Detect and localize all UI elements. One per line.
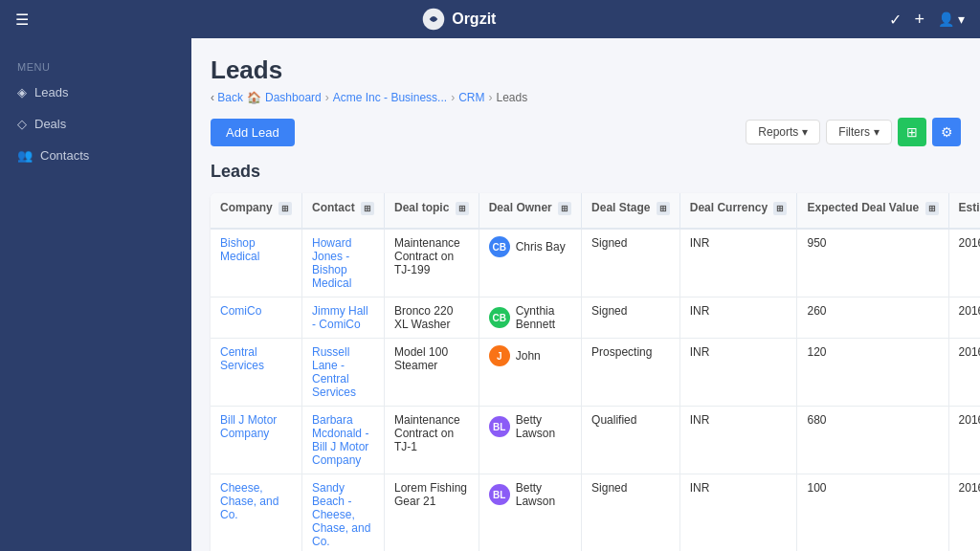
owner-name: Cynthia Bennett — [516, 304, 571, 331]
company-link[interactable]: Bishop Medical — [220, 236, 259, 263]
cell-contact: Howard Jones - Bishop Medical — [302, 229, 385, 298]
owner-name: John — [516, 349, 541, 363]
contact-link[interactable]: Russell Lane - Central Services — [312, 345, 356, 399]
contact-link[interactable]: Howard Jones - Bishop Medical — [312, 236, 351, 290]
breadcrumb-leads: Leads — [496, 91, 527, 104]
contact-link[interactable]: Barbara Mcdonald - Bill J Motor Company — [312, 413, 368, 467]
grid-icon: ⊞ — [906, 124, 918, 140]
deals-icon: ◇ — [17, 117, 27, 131]
add-icon[interactable]: + — [915, 10, 925, 30]
deal-owner-filter-icon[interactable]: ⊞ — [558, 202, 571, 215]
owner-name: Betty Lawson — [516, 413, 571, 440]
expected-value-filter-icon[interactable]: ⊞ — [925, 202, 939, 215]
col-contact: Contact ⊞ — [302, 193, 385, 229]
col-expected-value: Expected Deal Value ⊞ — [797, 193, 948, 229]
toolbar-right: Reports ▾ Filters ▾ ⊞ ⚙ — [746, 118, 961, 146]
breadcrumb-back[interactable]: ‹ Back — [211, 91, 243, 104]
cell-deal-topic: Maintenance Contract on TJ-199 — [385, 229, 479, 298]
settings-button[interactable]: ⚙ — [932, 118, 961, 146]
cell-expected-value: 260 — [797, 298, 948, 339]
cell-deal-topic: Model 100 Steamer — [385, 339, 479, 407]
cell-contact: Russell Lane - Central Services — [302, 339, 385, 407]
cell-deal-owner: BL Betty Lawson — [479, 474, 581, 552]
cell-currency: INR — [679, 298, 797, 339]
table-body: Bishop Medical Howard Jones - Bishop Med… — [211, 229, 980, 551]
sidebar-item-leads[interactable]: ◈ Leads — [0, 77, 191, 108]
cell-deal-owner: BL Betty Lawson — [479, 407, 581, 474]
sep4: › — [488, 91, 492, 104]
sidebar: Menu ◈ Leads ◇ Deals 👥 Contacts — [0, 38, 191, 551]
leads-icon: ◈ — [17, 85, 27, 99]
breadcrumb-crm[interactable]: CRM — [458, 91, 484, 104]
cell-currency: INR — [679, 407, 797, 474]
top-nav: ☰ Orgzit ✓ + 👤 ▾ — [0, 0, 980, 38]
cell-deal-owner: CB Cynthia Bennett — [479, 298, 581, 339]
filters-button[interactable]: Filters ▾ — [826, 120, 892, 144]
currency-filter-icon[interactable]: ⊞ — [773, 202, 787, 215]
col-deal-topic: Deal topic ⊞ — [385, 193, 479, 229]
sep3: › — [451, 91, 455, 104]
deal-topic-filter-icon[interactable]: ⊞ — [456, 202, 469, 215]
col-deal-owner: Deal Owner ⊞ — [479, 193, 581, 229]
toolbar: Add Lead Reports ▾ Filters ▾ ⊞ ⚙ — [211, 118, 961, 146]
cell-contact: Barbara Mcdonald - Bill J Motor Company — [302, 407, 385, 474]
cell-company: Bishop Medical — [211, 229, 302, 298]
cell-close-date: 2016-05-15 — [948, 339, 980, 407]
cell-close-date: 2016-08-07 — [948, 474, 980, 552]
company-link[interactable]: ComiCo — [220, 304, 261, 318]
table-row: Cheese, Chase, and Co. Sandy Beach - Che… — [211, 474, 980, 552]
cell-expected-value: 100 — [797, 474, 948, 552]
company-link[interactable]: Central Services — [220, 345, 264, 372]
breadcrumb-dashboard[interactable]: Dashboard — [265, 91, 322, 104]
contact-link[interactable]: Jimmy Hall - ComiCo — [312, 304, 368, 331]
sidebar-section-label: Menu — [0, 48, 191, 77]
cell-expected-value: 950 — [797, 229, 948, 298]
col-currency: Deal Currency ⊞ — [679, 193, 797, 229]
chevron-down-icon-2: ▾ — [874, 125, 880, 139]
cell-close-date: 2016-04-13 — [948, 298, 980, 339]
table-header: Company ⊞ Contact ⊞ Deal topic ⊞ Deal Ow… — [211, 193, 980, 229]
cell-deal-stage: Signed — [582, 229, 680, 298]
cell-deal-owner: J John — [479, 339, 581, 407]
cell-company: Cheese, Chase, and Co. — [211, 474, 302, 552]
company-filter-icon[interactable]: ⊞ — [278, 202, 292, 215]
col-company: Company ⊞ — [211, 193, 302, 229]
sidebar-leads-label: Leads — [34, 85, 68, 99]
avatar: J — [489, 345, 510, 366]
table-row: Bill J Motor Company Barbara Mcdonald - … — [211, 407, 980, 474]
grid-view-button[interactable]: ⊞ — [898, 118, 926, 146]
toolbar-left: Add Lead — [211, 119, 295, 146]
cell-deal-owner: CB Chris Bay — [479, 229, 581, 298]
col-close-date: Estimated Close Date ⊞ — [948, 193, 980, 229]
app-name: Orgzit — [452, 11, 496, 28]
deal-stage-filter-icon[interactable]: ⊞ — [657, 202, 670, 215]
sidebar-item-contacts[interactable]: 👥 Contacts — [0, 140, 191, 171]
table-row: Central Services Russell Lane - Central … — [211, 339, 980, 407]
breadcrumb-acme[interactable]: Acme Inc - Business... — [333, 91, 447, 104]
user-icon[interactable]: 👤 ▾ — [938, 11, 965, 27]
contacts-icon: 👥 — [17, 148, 33, 163]
contact-link[interactable]: Sandy Beach - Cheese, Chase, and Co. — [312, 481, 370, 548]
hamburger-icon[interactable]: ☰ — [15, 11, 29, 29]
breadcrumb: ‹ Back 🏠 Dashboard › Acme Inc - Business… — [211, 91, 961, 104]
cell-close-date: 2016-07-24 — [948, 407, 980, 474]
cell-company: ComiCo — [211, 298, 302, 339]
company-link[interactable]: Cheese, Chase, and Co. — [220, 481, 278, 521]
cell-deal-stage: Signed — [582, 298, 680, 339]
sep2: › — [325, 91, 329, 104]
avatar: BL — [489, 416, 510, 437]
sep1: 🏠 — [247, 91, 261, 104]
filters-label: Filters — [838, 125, 870, 139]
avatar: CB — [489, 236, 510, 257]
contact-filter-icon[interactable]: ⊞ — [361, 202, 374, 215]
sidebar-item-deals[interactable]: ◇ Deals — [0, 108, 191, 140]
company-link[interactable]: Bill J Motor Company — [220, 413, 277, 440]
reports-button[interactable]: Reports ▾ — [746, 120, 820, 144]
avatar: BL — [489, 484, 510, 505]
add-lead-button[interactable]: Add Lead — [211, 119, 295, 146]
leads-table: Company ⊞ Contact ⊞ Deal topic ⊞ Deal Ow… — [211, 193, 980, 551]
cell-deal-stage: Qualified — [582, 407, 680, 474]
cell-currency: INR — [679, 229, 797, 298]
cell-deal-stage: Prospecting — [582, 339, 680, 407]
check-icon[interactable]: ✓ — [889, 11, 902, 29]
